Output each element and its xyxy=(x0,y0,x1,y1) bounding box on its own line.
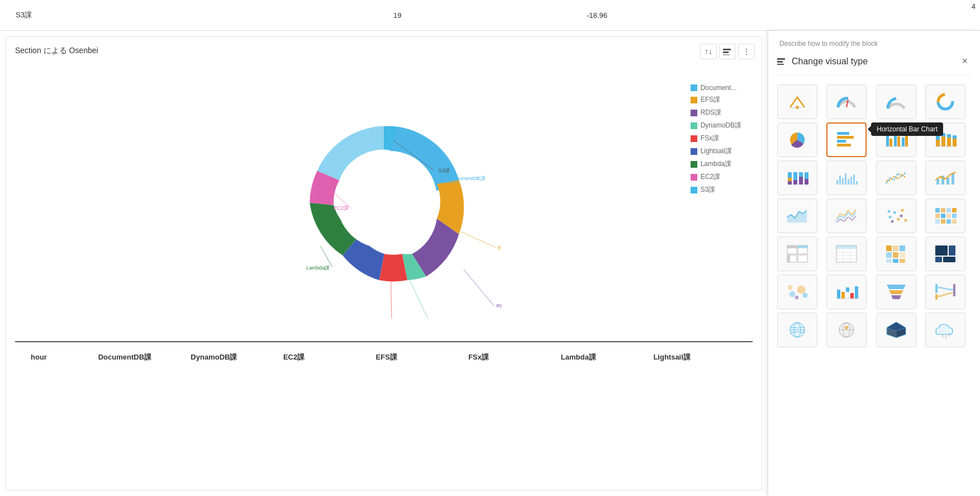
legend-item: Lambda課 xyxy=(691,159,741,169)
svg-rect-104 xyxy=(886,259,892,263)
visual-item-cloud[interactable] xyxy=(925,313,965,347)
visual-item-funnel[interactable] xyxy=(876,275,916,309)
panel-title-text: Change visual type xyxy=(792,56,868,67)
legend-item: EC2課 xyxy=(691,172,741,182)
svg-rect-12 xyxy=(777,58,785,60)
visual-item-treemap-dark[interactable] xyxy=(925,237,965,271)
visual-item-small-line[interactable] xyxy=(826,199,867,233)
donut-chart: DocumentDB課 S3課 EC2課 Lambda課 Lightsail課 … xyxy=(267,84,501,319)
visual-item-grouped-bar[interactable] xyxy=(876,122,916,157)
svg-line-9 xyxy=(410,280,461,319)
svg-rect-40 xyxy=(953,135,957,139)
svg-rect-82 xyxy=(946,219,951,224)
s3-label: S3課 xyxy=(11,8,389,22)
svg-rect-56 xyxy=(850,177,852,185)
toolbar-buttons: ↑↓ ⋮ xyxy=(700,44,755,59)
svg-point-134 xyxy=(845,326,848,329)
label-s3: S3課 xyxy=(438,168,449,173)
visual-item-donut[interactable] xyxy=(925,84,965,119)
svg-line-11 xyxy=(462,232,496,248)
visual-item-scatter2[interactable] xyxy=(777,275,817,309)
visual-item-globe2[interactable] xyxy=(826,313,867,347)
visual-item-table[interactable] xyxy=(826,237,867,271)
svg-rect-74 xyxy=(946,208,951,212)
svg-rect-75 xyxy=(952,208,957,212)
legend-label-efs: EFS課 xyxy=(701,95,720,105)
visual-item-small-bar[interactable] xyxy=(826,160,867,195)
panel-title: Change visual type xyxy=(777,56,868,67)
svg-rect-106 xyxy=(900,259,905,263)
svg-rect-127 xyxy=(953,284,955,296)
legend-color-document xyxy=(691,84,697,91)
visual-item-sankey[interactable] xyxy=(925,275,965,309)
bottom-header: hour DocumentDB課 DynamoDB課 EC2課 EFS課 FSx… xyxy=(15,341,753,372)
svg-rect-1 xyxy=(723,51,729,53)
legend-item: Document... xyxy=(691,84,741,92)
svg-rect-0 xyxy=(723,49,731,50)
bar-button[interactable] xyxy=(719,44,736,59)
svg-rect-92 xyxy=(836,245,857,249)
svg-point-71 xyxy=(904,219,907,222)
legend-color-efs xyxy=(691,97,697,103)
visual-item-line[interactable] xyxy=(876,160,916,195)
legend-item: EFS課 xyxy=(691,95,741,105)
visual-item-stacked-bar[interactable] xyxy=(925,122,965,157)
visual-item-arc[interactable] xyxy=(876,84,916,119)
svg-rect-87 xyxy=(798,245,807,248)
svg-line-8 xyxy=(391,281,393,319)
svg-point-70 xyxy=(887,210,890,213)
more-button[interactable]: ⋮ xyxy=(738,44,755,59)
label-lambda: Lambda課 xyxy=(306,265,330,271)
svg-rect-38 xyxy=(947,134,951,138)
visual-item-scatter[interactable] xyxy=(876,199,916,233)
svg-rect-72 xyxy=(935,208,940,212)
donut-hole xyxy=(337,154,431,248)
svg-rect-101 xyxy=(886,252,892,258)
header-hour: hour xyxy=(26,351,94,363)
legend-item: RDS課 xyxy=(691,108,741,117)
svg-rect-55 xyxy=(848,179,849,185)
svg-rect-48 xyxy=(799,172,803,177)
svg-rect-108 xyxy=(949,245,955,256)
svg-point-65 xyxy=(893,211,896,214)
svg-point-67 xyxy=(901,209,903,212)
svg-rect-102 xyxy=(893,252,898,258)
visual-item-globe1[interactable] xyxy=(777,313,817,347)
svg-marker-123 xyxy=(889,290,903,294)
visual-item-line-bar[interactable] xyxy=(925,160,965,195)
svg-marker-124 xyxy=(891,295,901,299)
svg-rect-43 xyxy=(788,172,792,178)
legend-label-document: Document... xyxy=(701,84,737,92)
sort-button[interactable]: ↑↓ xyxy=(700,44,717,59)
svg-rect-35 xyxy=(941,136,945,147)
header-lightsail: Lightsail課 xyxy=(649,350,741,365)
legend-item: Lightsail課 xyxy=(691,147,741,156)
svg-rect-59 xyxy=(936,179,939,185)
svg-rect-77 xyxy=(941,214,945,218)
svg-rect-98 xyxy=(886,245,892,251)
table-row: S3課 19 -18.96 xyxy=(0,0,980,31)
visual-item-heatmap2[interactable] xyxy=(925,199,965,233)
legend-color-fsx xyxy=(691,135,697,142)
svg-rect-125 xyxy=(935,284,938,293)
header-dynamodb: DynamoDB課 xyxy=(186,350,279,365)
visual-item-100bar[interactable] xyxy=(777,160,817,195)
visual-item-kpi[interactable] xyxy=(777,84,817,119)
chart-panel: Section による Osenbei ↑↓ ⋮ xyxy=(6,36,762,490)
content-area: Section による Osenbei ↑↓ ⋮ xyxy=(0,31,980,496)
visual-item-pivot[interactable] xyxy=(777,237,817,271)
visual-item-3d[interactable] xyxy=(876,313,916,347)
svg-rect-78 xyxy=(946,214,951,218)
visual-item-waterfall[interactable] xyxy=(826,275,867,309)
svg-rect-62 xyxy=(952,173,954,185)
svg-rect-22 xyxy=(837,132,849,135)
visual-item-heatmap[interactable] xyxy=(876,237,916,271)
close-button[interactable]: × xyxy=(958,54,971,68)
visual-item-area[interactable] xyxy=(777,199,817,233)
svg-marker-122 xyxy=(887,285,906,289)
panel-header: Change visual type × xyxy=(777,54,971,75)
visual-item-hbar[interactable]: Horizontal Bar Chart xyxy=(826,122,867,157)
visual-item-gauge[interactable] xyxy=(826,84,867,119)
visual-item-pie[interactable] xyxy=(777,122,817,157)
page-number: 4 xyxy=(967,0,980,13)
